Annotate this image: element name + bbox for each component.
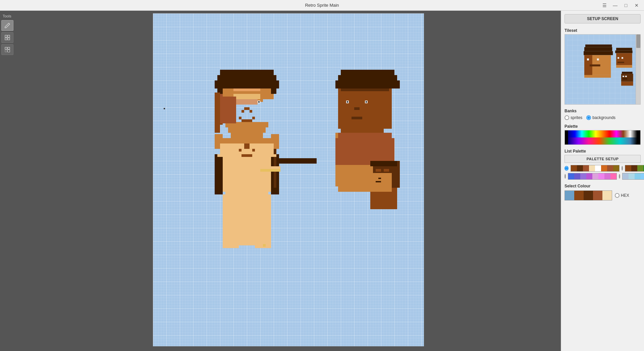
palette-swatch[interactable] (589, 165, 595, 171)
hex-option[interactable]: HEX (615, 193, 629, 198)
palette-row-1-colors[interactable] (571, 165, 620, 172)
tileset-scrollbar[interactable] (636, 35, 640, 104)
colour-swatch-3[interactable] (584, 191, 593, 200)
sprite-canvas[interactable] (153, 13, 424, 346)
select-colour-label: Select Colour (565, 184, 641, 188)
svg-rect-117 (618, 62, 624, 63)
svg-rect-44 (341, 70, 394, 75)
svg-rect-108 (587, 58, 589, 60)
backgrounds-radio[interactable]: backgrounds (586, 115, 615, 120)
banks-label: Banks (561, 107, 644, 114)
palette-row-1-radio[interactable] (565, 166, 569, 171)
maximize-button[interactable]: □ (621, 2, 631, 9)
colour-swatches[interactable] (565, 190, 612, 200)
svg-rect-30 (241, 110, 244, 113)
palette-row-1b-colors[interactable] (625, 165, 644, 172)
hex-radio[interactable] (615, 193, 620, 198)
colour-preview-row: HEX (565, 190, 641, 200)
backgrounds-label: backgrounds (592, 115, 615, 120)
svg-rect-104 (584, 47, 612, 51)
palette-swatch[interactable] (592, 173, 598, 179)
palette-swatch[interactable] (629, 173, 635, 179)
palette-swatch[interactable] (604, 173, 610, 179)
svg-rect-28 (258, 101, 260, 103)
palette-row-1b-radio[interactable] (622, 166, 623, 171)
palette-swatch[interactable] (610, 173, 616, 179)
palette-row-1 (565, 165, 641, 172)
palette-swatch[interactable] (583, 165, 589, 171)
palette-bar[interactable] (565, 130, 641, 145)
svg-rect-65 (260, 169, 280, 172)
close-button[interactable]: ✕ (632, 2, 641, 9)
colour-swatch-1[interactable] (565, 191, 574, 200)
svg-rect-103 (585, 45, 612, 47)
svg-rect-31 (250, 110, 252, 113)
palette-label: Palette (561, 123, 644, 129)
svg-rect-5 (8, 47, 10, 49)
palette-row-2-radio[interactable] (565, 174, 566, 179)
palette-swatch[interactable] (577, 165, 583, 171)
svg-rect-34 (252, 117, 255, 119)
pencil-icon (4, 22, 10, 28)
palette-swatch[interactable] (571, 165, 577, 171)
svg-rect-10 (164, 108, 165, 109)
colour-swatch-2[interactable] (574, 191, 584, 200)
tileset-scrollbar-thumb[interactable] (636, 35, 640, 48)
palette-swatch[interactable] (625, 165, 631, 171)
palette-swatch[interactable] (595, 165, 601, 171)
svg-rect-67 (215, 138, 279, 143)
palette-swatch[interactable] (607, 165, 613, 171)
svg-rect-36 (228, 127, 266, 133)
svg-rect-84 (223, 194, 241, 221)
svg-rect-105 (584, 51, 613, 55)
setup-screen-button[interactable]: SETUP SCREEN (565, 14, 641, 23)
palette-swatch[interactable] (574, 173, 580, 179)
svg-rect-115 (618, 57, 619, 59)
palette-swatch[interactable] (601, 165, 607, 171)
palette-swatch[interactable] (598, 173, 604, 179)
palette-setup-button[interactable]: PALETTE SETUP (565, 155, 641, 163)
svg-rect-77 (236, 99, 258, 105)
palette-swatch[interactable] (635, 173, 641, 179)
palette-swatch[interactable] (568, 173, 574, 179)
palette-row-2-colors[interactable] (568, 173, 617, 180)
palette-swatch[interactable] (631, 165, 637, 171)
svg-rect-120 (621, 74, 633, 82)
svg-rect-121 (623, 76, 624, 77)
pencil-tool[interactable] (1, 20, 13, 31)
backgrounds-radio-circle[interactable] (586, 115, 591, 120)
svg-rect-78 (215, 134, 223, 138)
palette-row-2b-radio[interactable] (619, 174, 620, 179)
colour-swatch-5[interactable] (602, 191, 612, 200)
palette-swatch[interactable] (613, 165, 619, 171)
svg-rect-42 (215, 154, 223, 194)
palette-swatch[interactable] (641, 173, 644, 179)
hex-label: HEX (621, 193, 629, 198)
svg-rect-52 (366, 101, 367, 103)
sprites-radio-circle[interactable] (565, 115, 569, 120)
svg-rect-118 (616, 65, 632, 68)
menu-button[interactable]: ☰ (600, 2, 609, 9)
palette-swatch[interactable] (586, 173, 592, 179)
svg-rect-15 (271, 89, 276, 94)
svg-rect-124 (621, 82, 633, 86)
palette-swatch[interactable] (637, 165, 643, 171)
svg-rect-54 (352, 117, 362, 119)
colour-swatch-4[interactable] (593, 191, 602, 200)
minimize-button[interactable]: — (610, 2, 620, 9)
canvas-area[interactable] (16, 11, 561, 351)
sprites-radio[interactable]: sprites (565, 115, 582, 120)
palette-swatch[interactable] (623, 173, 629, 179)
selection-tool[interactable] (1, 32, 13, 43)
palette-swatch[interactable] (580, 173, 586, 179)
right-panel: SETUP SCREEN Tileset (561, 11, 644, 351)
svg-rect-109 (597, 58, 599, 60)
svg-rect-97 (376, 181, 381, 182)
tileset-preview[interactable] (565, 34, 641, 105)
svg-rect-68 (215, 143, 220, 149)
tools-panel: Tools (0, 11, 16, 351)
palette-row-2b-colors[interactable] (622, 173, 644, 180)
stamp-icon (4, 47, 10, 53)
svg-rect-99 (266, 244, 271, 247)
stamp-tool[interactable] (1, 44, 13, 55)
